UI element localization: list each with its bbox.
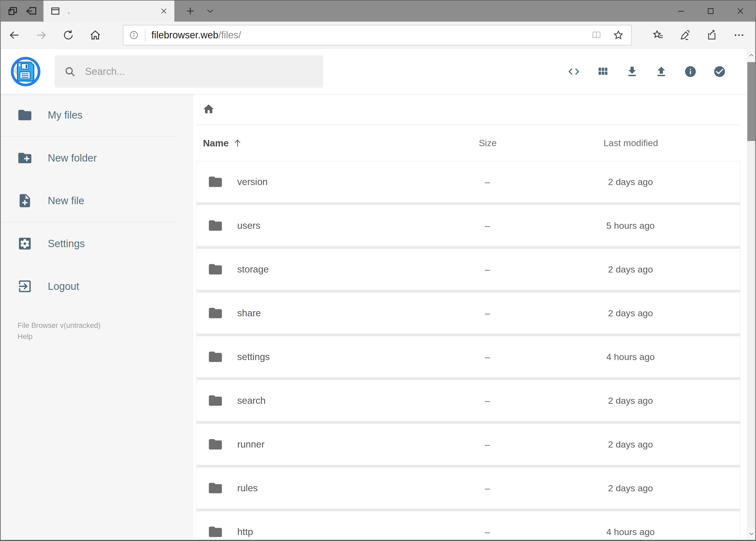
set-tabs-aside-icon xyxy=(25,5,37,17)
scrollbar-thumb[interactable] xyxy=(747,62,755,141)
scrollbar-up-button[interactable] xyxy=(747,49,755,62)
reading-view-button[interactable] xyxy=(591,30,602,41)
file-name: search xyxy=(237,395,266,406)
more-ellipsis-button[interactable] xyxy=(725,29,752,41)
favorite-star-button[interactable] xyxy=(613,29,624,41)
close-window-button[interactable] xyxy=(725,1,755,22)
file-modified: 2 days ago xyxy=(521,395,740,406)
arrow-up-icon xyxy=(232,138,243,148)
sidebar-item-my-files[interactable]: My files xyxy=(1,94,193,136)
maximize-button[interactable] xyxy=(696,1,725,22)
file-name: users xyxy=(237,220,260,231)
navigation-bar: filebrowser.web/files/ xyxy=(1,22,755,49)
help-link[interactable]: Help xyxy=(18,331,193,342)
app-header xyxy=(1,49,747,94)
sidebar-item-label: Logout xyxy=(48,280,79,292)
new-file-icon xyxy=(17,193,33,209)
tab-bar: . xyxy=(1,1,755,22)
floppy-disk-logo[interactable] xyxy=(11,56,41,87)
file-modified: 2 days ago xyxy=(521,264,740,275)
code-view-button[interactable] xyxy=(567,65,580,78)
refresh-button[interactable] xyxy=(55,22,82,48)
sidebar-item-logout[interactable]: Logout xyxy=(1,265,193,307)
upload-button[interactable] xyxy=(655,65,668,78)
new-tab-button[interactable] xyxy=(180,1,200,22)
file-row[interactable]: share – 2 days ago xyxy=(197,292,740,333)
download-button[interactable] xyxy=(626,65,638,78)
tabs-set-aside-list-icon xyxy=(7,5,19,17)
sidebar-item-label: My files xyxy=(48,109,83,121)
file-modified: 4 hours ago xyxy=(521,527,740,537)
file-row[interactable]: users – 5 hours ago xyxy=(197,205,740,246)
browser-window: . xyxy=(0,0,756,541)
column-name-label: Name xyxy=(203,138,229,149)
sidebar-item-settings[interactable]: Settings xyxy=(1,222,193,265)
file-row[interactable]: search – 2 days ago xyxy=(197,380,740,421)
file-row[interactable]: settings – 4 hours ago xyxy=(197,336,740,377)
file-size: – xyxy=(454,264,521,275)
tabs-set-aside-list-button[interactable] xyxy=(7,5,19,17)
web-note-pen-button[interactable] xyxy=(671,29,698,41)
sidebar-footer: File Browser v(untracked) Help xyxy=(1,320,193,342)
grid-view-button[interactable] xyxy=(597,65,610,78)
window-controls xyxy=(666,1,755,22)
share-button[interactable] xyxy=(698,29,725,41)
file-size: – xyxy=(454,527,521,537)
file-row[interactable]: rules – 2 days ago xyxy=(197,467,740,509)
sidebar: My files New folder xyxy=(1,94,193,540)
file-name: share xyxy=(237,307,261,318)
file-row[interactable]: storage – 2 days ago xyxy=(197,249,740,290)
url-text[interactable]: filebrowser.web/files/ xyxy=(151,29,241,41)
file-row[interactable]: runner – 2 days ago xyxy=(197,424,740,465)
minimize-button[interactable] xyxy=(666,1,696,22)
folder-icon xyxy=(207,480,223,496)
settings-gear-icon xyxy=(17,236,33,252)
file-list: version – 2 days ago users – 5 hours ago… xyxy=(196,161,740,540)
home-button[interactable] xyxy=(82,22,109,48)
back-button[interactable] xyxy=(1,22,28,48)
file-size: – xyxy=(454,483,521,493)
sidebar-item-new-file[interactable]: New file xyxy=(1,179,193,222)
logout-icon xyxy=(17,278,33,294)
page-scrollbar[interactable] xyxy=(747,49,755,540)
file-size: – xyxy=(454,177,521,187)
folder-icon xyxy=(207,393,223,408)
column-header-size[interactable]: Size xyxy=(454,138,521,148)
scrollbar-down-button[interactable] xyxy=(747,527,755,540)
sidebar-item-new-folder[interactable]: New folder xyxy=(1,137,193,179)
file-size: – xyxy=(454,308,521,318)
file-row[interactable]: http – 4 hours ago xyxy=(197,511,740,540)
browser-toolbar xyxy=(644,29,752,41)
forward-button[interactable] xyxy=(28,22,55,48)
select-check-button[interactable] xyxy=(713,65,726,78)
page-viewport: My files New folder xyxy=(1,49,755,540)
column-header-name[interactable]: Name xyxy=(196,138,454,149)
app-version-text: File Browser v(untracked) xyxy=(18,320,193,331)
file-size: – xyxy=(454,352,521,362)
address-separator xyxy=(145,29,145,41)
file-name: runner xyxy=(237,439,265,450)
folder-icon xyxy=(207,436,223,452)
file-size: – xyxy=(454,221,521,231)
column-header-modified[interactable]: Last modified xyxy=(521,138,740,148)
file-name: http xyxy=(237,526,253,537)
search-input[interactable] xyxy=(85,66,314,78)
active-tab[interactable]: . xyxy=(44,1,174,22)
file-name: version xyxy=(237,176,268,187)
file-modified: 2 days ago xyxy=(521,177,740,187)
file-row[interactable]: version – 2 days ago xyxy=(197,161,740,202)
file-name: rules xyxy=(237,483,258,493)
file-modified: 4 hours ago xyxy=(521,352,740,362)
folder-icon xyxy=(207,174,223,190)
header-action-bar xyxy=(567,65,726,78)
search-box[interactable] xyxy=(55,55,323,88)
site-info-icon[interactable] xyxy=(129,30,139,40)
tab-dropdown-button[interactable] xyxy=(200,1,220,22)
hub-favorites-button[interactable] xyxy=(644,29,671,41)
address-bar[interactable]: filebrowser.web/files/ xyxy=(123,25,631,45)
set-tabs-aside-button[interactable] xyxy=(25,5,37,17)
info-circle-button[interactable] xyxy=(684,65,697,78)
tab-close-button[interactable] xyxy=(160,7,168,15)
file-size: – xyxy=(454,439,521,450)
breadcrumb-home-button[interactable] xyxy=(200,101,217,118)
